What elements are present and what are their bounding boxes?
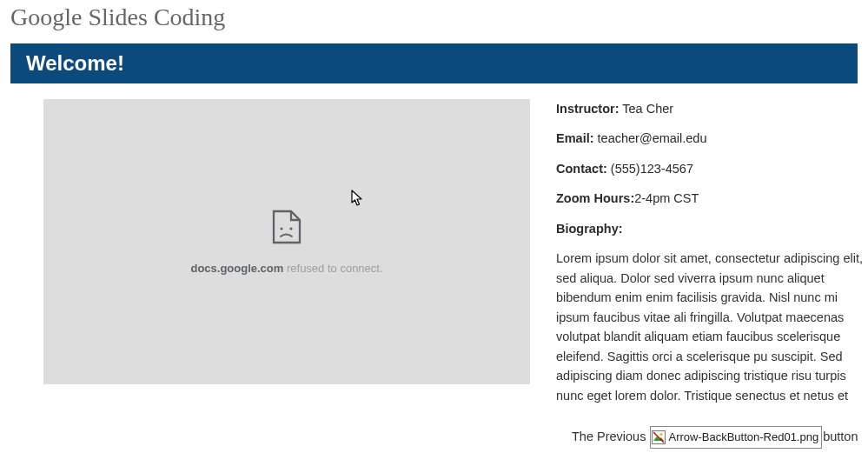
instructor-value: Tea Cher <box>620 102 674 116</box>
broken-image-icon <box>652 430 666 444</box>
embed-suffix: refused to connect. <box>283 262 382 275</box>
svg-point-1 <box>289 227 292 230</box>
broken-image-alt: Arrow-BackButton-Red01.png <box>668 428 818 447</box>
biography-label: Biography: <box>556 222 623 236</box>
page-title: Google Slides Coding <box>0 0 868 43</box>
svg-point-4 <box>660 433 663 436</box>
nav-suffix1: button <box>823 430 858 443</box>
biography-text: Lorem ipsum dolor sit amet, consectetur … <box>556 249 868 405</box>
nav-prefix: The Previous <box>572 430 649 443</box>
contact-label: Contact: <box>556 162 607 176</box>
zoom-label: Zoom Hours: <box>556 191 634 205</box>
email-value: teacher@email.edu <box>594 131 707 145</box>
instructor-label: Instructor: <box>556 102 620 116</box>
content-wrapper: docs.google.com refused to connect. Inst… <box>0 83 868 453</box>
biography-heading: Biography: <box>556 219 868 238</box>
zoom-line: Zoom Hours:2-4pm CST <box>556 189 868 208</box>
svg-point-0 <box>280 227 282 230</box>
instructor-line: Instructor: Tea Cher <box>556 99 868 118</box>
broken-image-placeholder: Arrow-BackButton-Red01.png <box>650 426 822 449</box>
sad-file-icon <box>272 210 301 244</box>
embed-domain: docs.google.com <box>190 262 283 275</box>
welcome-banner: Welcome! <box>10 43 858 83</box>
embed-error-message: docs.google.com refused to connect. <box>190 262 382 275</box>
email-line: Email: teacher@email.edu <box>556 129 868 148</box>
zoom-value: 2-4pm CST <box>634 191 699 205</box>
previous-nav-note: The Previous Arrow-BackButton-Red01.png … <box>556 426 868 453</box>
slides-embed-frame: docs.google.com refused to connect. <box>43 99 530 384</box>
info-sidebar: Instructor: Tea Cher Email: teacher@emai… <box>556 99 868 453</box>
email-label: Email: <box>556 131 594 145</box>
contact-line: Contact: (555)123-4567 <box>556 159 868 178</box>
contact-value: (555)123-4567 <box>607 162 693 176</box>
